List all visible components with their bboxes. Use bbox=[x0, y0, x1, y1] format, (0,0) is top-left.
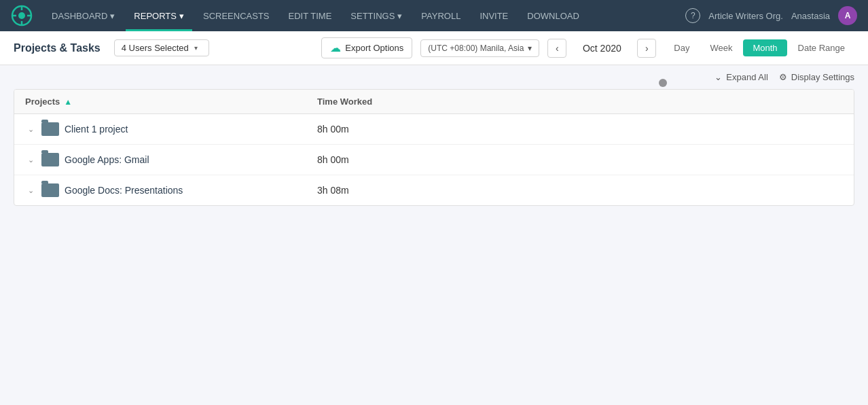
display-settings-button[interactable]: ⚙ Display Settings bbox=[779, 72, 854, 82]
nav-download[interactable]: DOWNLOAD bbox=[519, 0, 587, 31]
nav-payroll[interactable]: PAYROLL bbox=[413, 0, 469, 31]
subheader: Projects & Tasks 4 Users Selected ▾ ☁ Ex… bbox=[0, 31, 868, 65]
next-period-button[interactable]: › bbox=[637, 39, 656, 58]
gear-icon: ⚙ bbox=[779, 72, 787, 82]
nav-settings[interactable]: SETTINGS ▾ bbox=[342, 0, 410, 31]
page-title: Projects & Tasks bbox=[14, 42, 101, 54]
timezone-selector[interactable]: (UTC +08:00) Manila, Asia ▾ bbox=[420, 39, 539, 57]
users-selector[interactable]: 4 Users Selected ▾ bbox=[114, 39, 209, 56]
tab-week[interactable]: Week bbox=[700, 39, 742, 56]
col-time-header: Time Worked bbox=[317, 96, 843, 107]
tab-month[interactable]: Month bbox=[743, 39, 786, 56]
chevron-down-icon: ▾ bbox=[179, 11, 184, 21]
tab-day[interactable]: Day bbox=[664, 39, 699, 56]
expand-icon: ⌄ bbox=[715, 72, 722, 82]
nav-reports[interactable]: REPORTS ▾ bbox=[126, 0, 192, 31]
table-row: ⌄ Google Docs: Presentations 3h 08m bbox=[14, 175, 854, 205]
table-row: ⌄ Client 1 project 8h 00m bbox=[14, 114, 854, 145]
tab-date-range[interactable]: Date Range bbox=[789, 39, 854, 56]
collapse-button[interactable]: ⌄ bbox=[25, 124, 36, 135]
chevron-down-icon: ▾ bbox=[397, 11, 402, 21]
user-name[interactable]: Anastasia bbox=[791, 11, 830, 21]
collapse-button[interactable]: ⌄ bbox=[25, 154, 36, 165]
projects-table: Projects ▲ Time Worked ⌄ Client 1 projec… bbox=[14, 89, 854, 206]
project-name: Google Docs: Presentations bbox=[65, 185, 183, 196]
expand-all-button[interactable]: ⌄ Expand All bbox=[715, 72, 767, 82]
chevron-down-icon: ▾ bbox=[110, 11, 115, 21]
time-worked: 8h 00m bbox=[317, 124, 843, 135]
users-selected-label: 4 Users Selected bbox=[122, 43, 189, 53]
collapse-button[interactable]: ⌄ bbox=[25, 185, 36, 196]
prev-period-button[interactable]: ‹ bbox=[547, 39, 566, 58]
row-left: ⌄ Client 1 project bbox=[25, 122, 317, 136]
col-projects-header: Projects ▲ bbox=[25, 96, 317, 107]
chevron-down-icon: ▾ bbox=[528, 43, 532, 53]
current-period: Oct 2020 bbox=[575, 43, 629, 54]
logo[interactable] bbox=[11, 5, 33, 27]
folder-icon bbox=[41, 183, 59, 197]
project-name: Google Apps: Gmail bbox=[65, 154, 149, 165]
table-header: Projects ▲ Time Worked bbox=[14, 90, 854, 114]
table-row: ⌄ Google Apps: Gmail 8h 00m bbox=[14, 145, 854, 175]
view-tabs: Day Week Month Date Range bbox=[664, 39, 854, 56]
project-name: Client 1 project bbox=[65, 124, 128, 135]
chevron-down-icon: ▾ bbox=[194, 44, 198, 52]
export-button[interactable]: ☁ Export Options bbox=[321, 37, 412, 58]
folder-icon bbox=[41, 153, 59, 166]
top-navigation: DASHBOARD ▾ REPORTS ▾ SCREENCASTS EDIT T… bbox=[0, 0, 868, 31]
nav-invite[interactable]: INVITE bbox=[471, 0, 516, 31]
nav-screencasts[interactable]: SCREENCASTS bbox=[195, 0, 278, 31]
time-worked: 3h 08m bbox=[317, 185, 843, 196]
sort-icon[interactable]: ▲ bbox=[64, 97, 72, 107]
time-worked: 8h 00m bbox=[317, 154, 843, 165]
nav-edit-time[interactable]: EDIT TIME bbox=[281, 0, 340, 31]
org-name[interactable]: Article Writers Org. bbox=[708, 11, 783, 21]
cloud-icon: ☁ bbox=[330, 41, 341, 54]
toolbar: ⌄ Expand All ⚙ Display Settings bbox=[0, 65, 868, 89]
user-avatar[interactable]: A bbox=[838, 6, 857, 25]
row-left: ⌄ Google Apps: Gmail bbox=[25, 153, 317, 166]
folder-icon bbox=[41, 122, 59, 136]
row-left: ⌄ Google Docs: Presentations bbox=[25, 183, 317, 197]
svg-point-1 bbox=[18, 12, 25, 19]
nav-dashboard[interactable]: DASHBOARD ▾ bbox=[43, 0, 123, 31]
help-button[interactable]: ? bbox=[685, 8, 700, 23]
